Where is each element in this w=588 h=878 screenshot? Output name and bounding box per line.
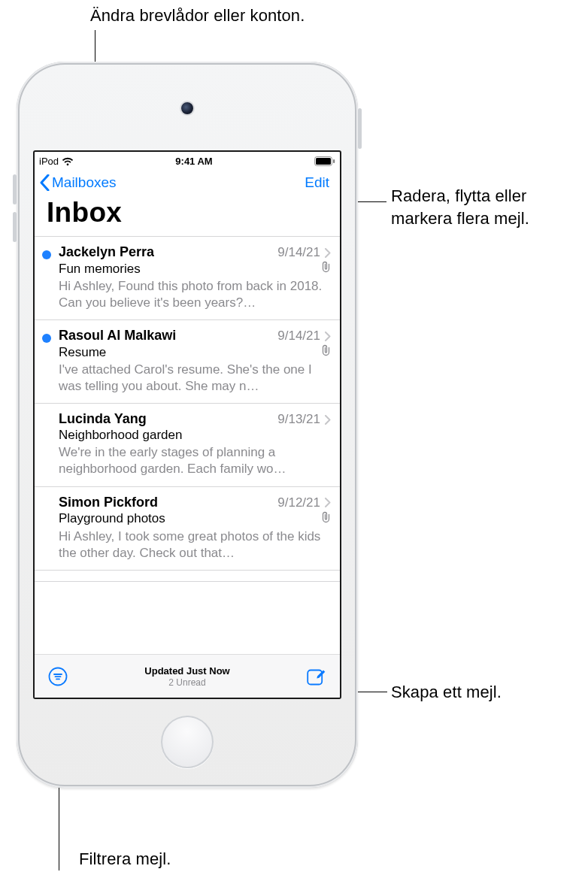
toolbar-updated-label: Updated Just Now	[144, 665, 229, 677]
message-preview: We're in the early stages of planning a …	[59, 444, 331, 477]
message-sender: Simon Pickford	[59, 495, 158, 510]
chevron-left-icon	[39, 174, 50, 191]
message-date: 9/14/21	[277, 328, 320, 344]
message-sender: Jackelyn Perra	[59, 244, 154, 260]
chevron-right-icon	[325, 332, 331, 341]
message-date: 9/14/21	[277, 245, 320, 260]
front-camera	[181, 102, 193, 114]
chevron-right-icon	[325, 248, 331, 258]
message-row[interactable]: Jackelyn Perra 9/14/21 Fun memories Hi A…	[35, 237, 340, 320]
message-row[interactable]: Lucinda Yang 9/13/21 Neighborhood garden…	[35, 404, 340, 486]
screen: iPod 9:41 AM	[33, 150, 341, 699]
message-row[interactable]	[35, 571, 340, 582]
message-preview: I've attached Carol's resume. She's the …	[59, 362, 331, 395]
wifi-icon	[62, 157, 74, 166]
callout-filter: Filtrera mejl.	[79, 848, 171, 870]
message-subject: Neighborhood garden	[59, 428, 182, 443]
unread-dot-icon	[42, 334, 51, 343]
home-button[interactable]	[161, 716, 214, 768]
message-subject: Fun memories	[59, 262, 141, 277]
unread-dot-icon	[42, 250, 51, 259]
page-title: Inbox	[35, 195, 340, 236]
message-sender: Rasoul Al Malkawi	[59, 328, 176, 344]
status-time: 9:41 AM	[175, 156, 212, 167]
paperclip-icon	[321, 344, 331, 360]
edit-button[interactable]: Edit	[305, 174, 329, 191]
message-date: 9/12/21	[277, 495, 320, 510]
message-row[interactable]: Simon Pickford 9/12/21 Playground photos…	[35, 487, 340, 571]
message-row[interactable]: Rasoul Al Malkawi 9/14/21 Resume I've at…	[35, 320, 340, 404]
battery-icon	[314, 156, 335, 166]
message-list[interactable]: Jackelyn Perra 9/14/21 Fun memories Hi A…	[35, 236, 340, 654]
volume-up-button	[13, 174, 17, 204]
message-date: 9/13/21	[277, 412, 320, 427]
back-mailboxes-button[interactable]: Mailboxes	[39, 174, 117, 191]
paperclip-icon	[321, 511, 331, 527]
callout-mailboxes: Ändra brevlådor eller konton.	[90, 5, 305, 27]
ipod-device-frame: iPod 9:41 AM	[17, 62, 358, 788]
message-sender: Lucinda Yang	[59, 411, 147, 427]
back-label: Mailboxes	[52, 174, 117, 191]
callout-compose: Skapa ett mejl.	[391, 681, 502, 704]
svg-rect-1	[316, 158, 331, 165]
svg-rect-2	[333, 159, 335, 163]
filter-button[interactable]	[48, 667, 68, 686]
status-bar: iPod 9:41 AM	[35, 152, 340, 168]
message-subject: Playground photos	[59, 511, 165, 526]
message-subject: Resume	[59, 345, 106, 360]
paperclip-icon	[321, 261, 331, 277]
bottom-toolbar: Updated Just Now 2 Unread	[35, 654, 340, 698]
callout-edit: Radera, flytta eller markera flera mejl.	[391, 185, 529, 229]
svg-rect-7	[308, 671, 322, 685]
carrier-label: iPod	[39, 156, 59, 167]
navigation-bar: Mailboxes Edit	[35, 168, 340, 195]
volume-down-button	[13, 212, 17, 242]
chevron-right-icon	[325, 415, 331, 425]
message-preview: Hi Ashley, I took some great photos of t…	[59, 528, 331, 562]
message-preview: Hi Ashley, Found this photo from back in…	[59, 278, 331, 311]
compose-button[interactable]	[307, 667, 326, 686]
toolbar-unread-label: 2 Unread	[168, 677, 205, 688]
chevron-right-icon	[325, 498, 331, 507]
